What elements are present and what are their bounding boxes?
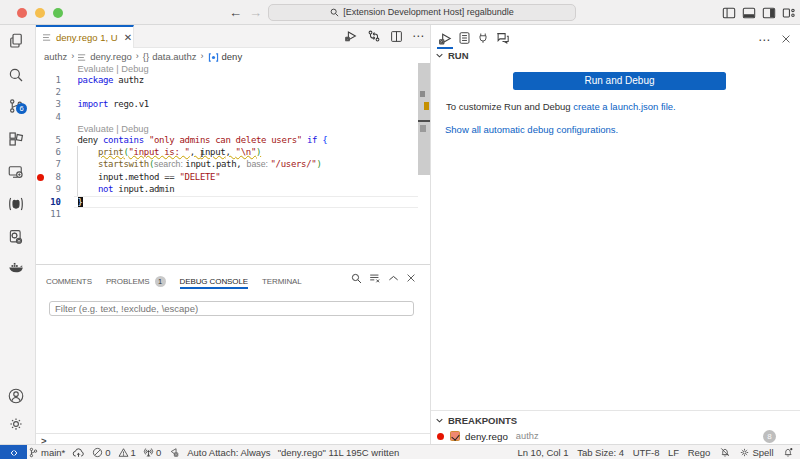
- tab-close-icon[interactable]: ✕: [124, 32, 132, 43]
- panel-tab-debug-console[interactable]: DEBUG CONSOLE: [180, 277, 249, 286]
- minimize-window-button[interactable]: [35, 8, 45, 18]
- close-panel-icon[interactable]: [406, 273, 416, 284]
- code-line-9[interactable]: 9 not input.admin: [36, 183, 430, 195]
- status-left-auto-attach-always[interactable]: Auto Attach: Always: [187, 447, 270, 458]
- command-center[interactable]: [Extension Development Host] regalbundle: [268, 4, 576, 22]
- run-and-debug-button[interactable]: Run and Debug: [513, 72, 726, 90]
- code-editor[interactable]: Evaluate | Debug1package authz23import r…: [36, 64, 430, 264]
- rego-file-icon: [43, 33, 52, 42]
- toggle-panel-icon[interactable]: [741, 5, 756, 20]
- line-number: 2: [36, 86, 61, 98]
- comments-view-icon[interactable]: [494, 29, 510, 47]
- activity-bar: 6: [0, 25, 36, 444]
- status-right-tab-size-4[interactable]: Tab Size: 4: [577, 447, 624, 458]
- clear-console-icon[interactable]: [369, 273, 381, 284]
- zoom-window-button[interactable]: [53, 8, 63, 18]
- code-line-1[interactable]: 1package authz: [36, 74, 430, 86]
- code-line-11[interactable]: 11: [36, 208, 430, 220]
- status-right-spell[interactable]: Spell: [739, 447, 773, 458]
- history-back-button[interactable]: ←: [229, 4, 242, 21]
- status-right-lf[interactable]: LF: [668, 447, 679, 458]
- search-sidebar-icon[interactable]: [7, 66, 25, 84]
- status-left-deny-rego-11l-195c-written[interactable]: "deny.rego" 11L 195C written: [278, 447, 400, 458]
- show-all-configs-link[interactable]: Show all automatic debug configurations.: [445, 124, 618, 135]
- code-line-3[interactable]: 3import rego.v1: [36, 98, 430, 110]
- code-line-5[interactable]: 5deny contains "only admins can delete u…: [36, 134, 430, 146]
- extensions-icon[interactable]: [7, 130, 25, 148]
- customize-layout-icon[interactable]: [781, 5, 796, 20]
- symbol-rule-icon: [208, 53, 219, 62]
- breadcrumb-item-package[interactable]: data.authz: [152, 51, 196, 62]
- search-icon: [330, 8, 339, 17]
- create-launch-json-link[interactable]: create a launch.json file.: [573, 101, 675, 112]
- console-filter-input[interactable]: Filter (e.g. text, !exclude, \escape): [49, 301, 414, 316]
- status-right-utf-8[interactable]: UTF-8: [633, 447, 660, 458]
- code-line-6[interactable]: 6 print("input is: ", input, "\n"): [36, 146, 430, 158]
- codelens-1[interactable]: Evaluate | Debug: [36, 64, 430, 74]
- close-window-button[interactable]: [17, 8, 27, 18]
- status-right-bell-dot[interactable]: [782, 447, 794, 458]
- opa-extension-icon[interactable]: [7, 195, 25, 213]
- breadcrumb-item-symbol[interactable]: deny: [222, 51, 243, 62]
- codelens-2[interactable]: Evaluate | Debug: [36, 123, 430, 133]
- warning-triangle-icon: [118, 447, 129, 458]
- line-number: 3: [36, 98, 61, 110]
- explorer-icon[interactable]: [7, 32, 25, 50]
- docker-icon[interactable]: [7, 258, 25, 276]
- status-right-ln-10-col-1[interactable]: Ln 10, Col 1: [517, 447, 568, 458]
- split-editor-icon[interactable]: [390, 30, 403, 43]
- tab-deny-rego[interactable]: deny.rego 1, U ✕: [36, 25, 134, 48]
- breadcrumb-item-authz[interactable]: authz: [44, 51, 67, 62]
- remote-indicator[interactable]: [0, 445, 27, 459]
- status-left-main[interactable]: main*: [28, 447, 65, 458]
- vscode-window: ← → [Extension Development Host] regalbu…: [0, 0, 800, 459]
- breakpoint-checkbox[interactable]: [450, 431, 460, 441]
- history-forward-button[interactable]: →: [249, 4, 262, 21]
- maximize-panel-icon[interactable]: [388, 273, 399, 284]
- panel-search-icon[interactable]: [351, 273, 362, 284]
- status-left-1[interactable]: 1: [118, 447, 136, 458]
- status-right-rego[interactable]: Rego: [688, 447, 711, 458]
- open-changes-icon[interactable]: [367, 29, 381, 43]
- cloud-icon: [72, 447, 85, 458]
- debug-run-file-icon[interactable]: [344, 29, 358, 43]
- breakpoint-glyph[interactable]: [37, 174, 44, 181]
- chevron-down-icon[interactable]: [435, 416, 444, 425]
- code-line-8[interactable]: 8 input.method == "DELETE": [36, 171, 430, 183]
- toggle-primary-sidebar-icon[interactable]: [721, 5, 736, 20]
- run-debug-view-icon[interactable]: [437, 29, 453, 47]
- panel-tab-terminal[interactable]: TERMINAL: [262, 277, 302, 286]
- plug-view-icon[interactable]: [475, 29, 491, 47]
- status-left-bug-play[interactable]: [168, 447, 180, 458]
- close-sidebar-icon[interactable]: [781, 34, 791, 46]
- filter-placeholder: Filter (e.g. text, !exclude, \escape): [55, 303, 198, 314]
- breakpoint-row[interactable]: deny.rego authz 8: [431, 429, 800, 443]
- code-line-4[interactable]: 4: [36, 111, 430, 123]
- panel-tab-problems[interactable]: PROBLEMS1: [106, 276, 166, 287]
- code-line-7[interactable]: 7 startswith(search: input.path, base: "…: [36, 158, 430, 170]
- breakpoints-section-title: BREAKPOINTS: [448, 415, 517, 426]
- status-left-0[interactable]: 0: [92, 447, 110, 458]
- branch-icon: [28, 447, 39, 458]
- editor-more-actions-icon[interactable]: ⋯: [412, 31, 425, 41]
- remote-explorer-icon[interactable]: [7, 163, 25, 181]
- toggle-secondary-sidebar-icon[interactable]: [761, 5, 776, 20]
- report-view-icon[interactable]: [456, 29, 472, 47]
- code-line-2[interactable]: 2: [36, 86, 430, 98]
- status-left-cloud[interactable]: [72, 447, 85, 458]
- command-center-label: [Extension Development Host] regalbundle: [343, 7, 514, 17]
- status-right-bell-slash[interactable]: [719, 447, 731, 458]
- breadcrumb-item-file[interactable]: deny.rego: [90, 51, 132, 62]
- line-number: 1: [36, 74, 61, 86]
- status-left-0[interactable]: 0: [143, 447, 161, 458]
- chevron-down-icon[interactable]: [435, 51, 444, 60]
- breakpoint-dot-icon: [437, 433, 444, 440]
- accounts-icon[interactable]: [7, 387, 25, 405]
- manage-gear-icon[interactable]: [7, 415, 25, 433]
- panel-tab-comments[interactable]: COMMENTS: [46, 277, 92, 286]
- bell-slash-icon: [719, 447, 731, 458]
- config-tool-icon[interactable]: [7, 228, 25, 246]
- overview-ruler[interactable]: [418, 64, 430, 264]
- breakpoint-context: authz: [516, 431, 539, 441]
- sidebar-more-actions-icon[interactable]: ⋯: [758, 34, 771, 46]
